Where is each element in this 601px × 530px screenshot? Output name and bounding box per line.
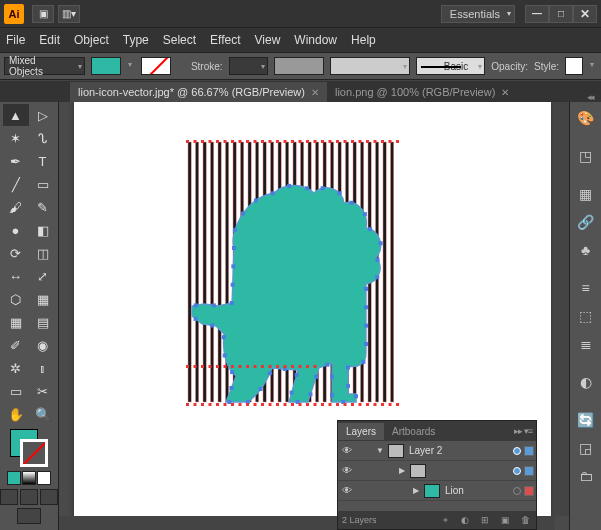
dock-icon-7[interactable]: ≣ [573,332,599,356]
target-icon[interactable] [513,467,521,475]
close-button[interactable]: ✕ [573,5,597,23]
dock-icon-9[interactable]: 🔄 [573,408,599,432]
free-transform-tool[interactable]: ⤢ [30,265,56,287]
new-layer-icon[interactable]: ▣ [498,515,512,525]
select-indicator[interactable] [524,486,534,496]
rectangle-tool[interactable]: ▭ [30,173,56,195]
pen-tool[interactable]: ✒ [3,150,29,172]
trash-icon[interactable]: 🗑 [518,515,532,525]
tab-close-icon[interactable]: ✕ [311,87,319,98]
target-icon[interactable] [513,487,521,495]
dock-icon-3[interactable]: 🔗 [573,210,599,234]
expand-icon[interactable]: ▼ [375,446,385,455]
dock-icon-8[interactable]: ◐ [573,370,599,394]
style-swatch[interactable] [565,57,583,75]
bridge-icon[interactable]: ▣ [32,5,54,23]
stroke-weight[interactable] [229,57,269,75]
brush-tool[interactable]: 🖌 [3,196,29,218]
menu-select[interactable]: Select [163,33,196,47]
minimize-button[interactable]: — [525,5,549,23]
mesh-tool[interactable]: ▦ [3,311,29,333]
zoom-tool[interactable]: 🔍 [30,403,56,425]
sublayer-icon[interactable]: ⊞ [478,515,492,525]
pencil-tool[interactable]: ✎ [30,196,56,218]
type-tool[interactable]: T [30,150,56,172]
layer-row[interactable]: 👁▼Layer 2 [338,441,536,461]
menu-file[interactable]: File [6,33,25,47]
var-profile[interactable] [330,57,410,75]
visibility-icon[interactable]: 👁 [340,445,354,456]
menu-object[interactable]: Object [74,33,109,47]
dock-icon-11[interactable]: 🗀 [573,464,599,488]
direct-select-tool[interactable]: ▷ [30,104,56,126]
blob-tool[interactable]: ● [3,219,29,241]
select-indicator[interactable] [524,446,534,456]
color-mode-icon[interactable] [7,471,21,485]
dock-icon-6[interactable]: ⬚ [573,304,599,328]
none-mode-icon[interactable] [37,471,51,485]
gradient-mode-icon[interactable] [22,471,36,485]
selection-type[interactable]: Mixed Objects [4,57,85,75]
target-icon[interactable] [513,447,521,455]
workspace-dropdown[interactable]: Essentials [441,5,515,23]
visibility-icon[interactable]: 👁 [340,465,354,476]
arrange-icon[interactable]: ▥▾ [58,5,80,23]
layer-row[interactable]: 👁▶Lion [338,481,536,501]
menu-window[interactable]: Window [294,33,337,47]
dock-icon-1[interactable]: ◳ [573,144,599,168]
fill-swatch[interactable] [91,57,121,75]
scrollbar-vertical[interactable] [555,102,569,516]
symbol-spray-tool[interactable]: ✲ [3,357,29,379]
mask-icon[interactable]: ◐ [458,515,472,525]
blend-tool[interactable]: ◉ [30,334,56,356]
scale-tool[interactable]: ◫ [30,242,56,264]
panel-opts-icon[interactable]: ▸▸ ▾≡ [514,426,536,436]
dock-icon-2[interactable]: ▦ [573,182,599,206]
stroke-swatch[interactable] [141,57,171,75]
tab-artboards[interactable]: Artboards [384,423,443,440]
locate-icon[interactable]: ⌖ [438,515,452,526]
canvas[interactable]: Layers Artboards ▸▸ ▾≡ 👁▼Layer 2👁▶👁▶Lion… [59,102,569,530]
layer-name[interactable]: Lion [443,485,510,496]
select-indicator[interactable] [524,466,534,476]
doc-tab-1[interactable]: lion-icon-vector.jpg* @ 66.67% (RGB/Prev… [70,82,327,102]
draw-mode-2[interactable] [20,489,38,505]
dock-icon-10[interactable]: ◲ [573,436,599,460]
draw-mode-1[interactable] [0,489,18,505]
tab-close-icon[interactable]: ✕ [501,87,509,98]
dock-icon-4[interactable]: ♣ [573,238,599,262]
line-tool[interactable]: ╱ [3,173,29,195]
menu-effect[interactable]: Effect [210,33,240,47]
draw-mode-3[interactable] [40,489,58,505]
menu-type[interactable]: Type [123,33,149,47]
dock-icon-0[interactable]: 🎨 [573,106,599,130]
shape-builder-tool[interactable]: ⬡ [3,288,29,310]
stroke-box[interactable] [20,439,48,467]
dock-icon-5[interactable]: ≡ [573,276,599,300]
expand-icon[interactable]: ▶ [397,466,407,475]
menu-edit[interactable]: Edit [39,33,60,47]
graph-tool[interactable]: ⫾ [30,357,56,379]
doc-tab-2[interactable]: lion.png @ 100% (RGB/Preview) ✕ [327,82,517,102]
artboard-tool[interactable]: ▭ [3,380,29,402]
magic-wand-tool[interactable]: ✶ [3,127,29,149]
slice-tool[interactable]: ✂ [30,380,56,402]
eraser-tool[interactable]: ◧ [30,219,56,241]
layer-row[interactable]: 👁▶ [338,461,536,481]
hand-tool[interactable]: ✋ [3,403,29,425]
visibility-icon[interactable]: 👁 [340,485,354,496]
fill-stroke-control[interactable] [7,429,51,469]
menu-view[interactable]: View [255,33,281,47]
gradient-tool[interactable]: ▤ [30,311,56,333]
maximize-button[interactable]: □ [549,5,573,23]
perspective-tool[interactable]: ▦ [30,288,56,310]
brush-def[interactable]: Basic [416,57,486,75]
screen-mode-button[interactable] [17,508,41,524]
eyedropper-tool[interactable]: ✐ [3,334,29,356]
rotate-tool[interactable]: ⟳ [3,242,29,264]
menu-help[interactable]: Help [351,33,376,47]
artwork[interactable] [174,138,454,448]
lasso-tool[interactable]: ᔐ [30,127,56,149]
layer-name[interactable]: Layer 2 [407,445,510,456]
expand-icon[interactable]: ▶ [411,486,421,495]
